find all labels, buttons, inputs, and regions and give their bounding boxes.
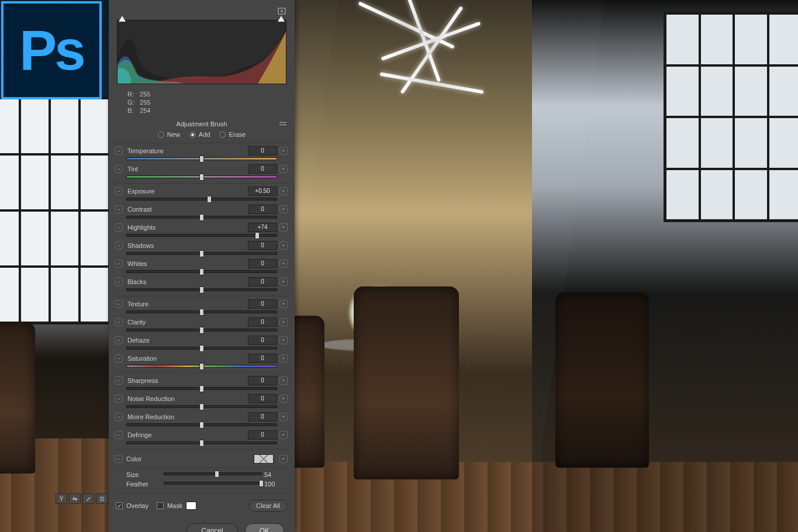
slider-value[interactable]: 0 xyxy=(248,299,277,309)
minus-icon[interactable]: − xyxy=(115,318,123,326)
slider-value[interactable]: 0 xyxy=(248,376,277,385)
slider-value[interactable]: 0 xyxy=(248,336,277,345)
slider-value[interactable]: 0 xyxy=(248,277,277,286)
plus-icon[interactable]: + xyxy=(279,278,288,286)
plus-icon[interactable]: + xyxy=(279,431,288,439)
slider-value[interactable]: 0 xyxy=(248,146,277,156)
slider-track[interactable] xyxy=(126,403,277,412)
plus-icon[interactable]: + xyxy=(279,187,288,195)
plus-icon[interactable]: + xyxy=(279,354,288,362)
plus-icon[interactable]: + xyxy=(279,147,288,155)
slider-track[interactable] xyxy=(126,232,277,240)
plus-icon[interactable]: + xyxy=(279,413,288,421)
histogram[interactable] xyxy=(117,20,286,84)
slider-value[interactable]: 54 xyxy=(264,471,289,478)
mode-new[interactable]: New xyxy=(158,131,180,138)
slider-track[interactable] xyxy=(126,422,277,430)
minus-icon[interactable]: − xyxy=(115,300,123,308)
minus-icon[interactable]: − xyxy=(115,395,123,403)
slider-value[interactable]: +74 xyxy=(248,223,277,232)
slider-track[interactable] xyxy=(126,286,277,295)
slider-track[interactable] xyxy=(126,385,277,393)
plus-icon[interactable]: + xyxy=(279,223,288,232)
minus-icon[interactable]: − xyxy=(115,260,123,268)
plus-icon[interactable]: + xyxy=(279,205,288,213)
mode-erase[interactable]: Erase xyxy=(219,131,246,138)
slider-value[interactable]: 0 xyxy=(248,241,277,250)
plus-icon[interactable]: + xyxy=(279,376,288,385)
shadow-clip-icon[interactable] xyxy=(119,16,126,22)
slider-label: Moire Reduction xyxy=(126,413,246,420)
minus-icon[interactable]: − xyxy=(115,431,123,439)
slider-track[interactable] xyxy=(164,471,262,479)
minus-icon[interactable]: − xyxy=(115,241,123,250)
slider-value[interactable]: 0 xyxy=(248,259,277,268)
panel-expand-icon[interactable] xyxy=(276,6,288,16)
slider-track[interactable] xyxy=(126,327,277,335)
slider-value[interactable]: 0 xyxy=(248,317,277,327)
sliders-tool[interactable]: ☰ xyxy=(96,493,108,504)
slider-track[interactable] xyxy=(126,196,277,204)
minus-icon[interactable]: − xyxy=(115,187,123,195)
slider-label: Highlights xyxy=(126,224,246,231)
mask-checkbox[interactable]: Mask xyxy=(157,502,196,510)
mode-add[interactable]: Add xyxy=(189,131,210,138)
slider-value[interactable]: 100 xyxy=(264,481,289,488)
plus-icon[interactable]: + xyxy=(279,241,288,250)
before-after-tool[interactable]: ⇆ xyxy=(69,493,81,504)
slider-temperature: −Temperature0+ xyxy=(115,146,289,164)
plus-icon[interactable]: + xyxy=(279,455,288,463)
slider-value[interactable]: 0 xyxy=(248,394,277,403)
slider-defringe: −Defringe0+ xyxy=(115,430,289,448)
slider-moire-reduction: −Moire Reduction0+ xyxy=(115,412,289,430)
slider-track[interactable] xyxy=(126,440,277,448)
slider-value[interactable]: 0 xyxy=(248,430,277,440)
slider-track[interactable] xyxy=(126,345,277,353)
g-value: 255 xyxy=(140,98,150,106)
slider-label: Contrast xyxy=(126,206,246,213)
minus-icon[interactable]: − xyxy=(115,455,123,463)
minus-icon[interactable]: − xyxy=(115,354,123,362)
slider-label: Shadows xyxy=(126,242,246,249)
minus-icon[interactable]: − xyxy=(115,147,123,155)
minus-icon[interactable]: − xyxy=(115,205,123,213)
clear-all-button[interactable]: Clear All xyxy=(248,500,288,512)
minus-icon[interactable]: − xyxy=(115,376,123,385)
cancel-button[interactable]: Cancel xyxy=(186,523,237,532)
slider-track[interactable] xyxy=(126,214,277,222)
plus-icon[interactable]: + xyxy=(279,300,288,308)
color-swatch[interactable] xyxy=(254,454,274,464)
zoom-tool[interactable]: ⤢ xyxy=(82,493,94,504)
highlight-clip-icon[interactable] xyxy=(278,16,285,22)
slider-value[interactable]: +0.50 xyxy=(248,186,277,196)
slider-value[interactable]: 0 xyxy=(248,164,277,174)
ok-button[interactable]: OK xyxy=(245,523,284,532)
slider-label: Temperature xyxy=(126,147,246,154)
plus-icon[interactable]: + xyxy=(279,165,288,173)
slider-track[interactable] xyxy=(126,309,277,317)
minus-icon[interactable]: − xyxy=(115,165,123,173)
slider-value[interactable]: 0 xyxy=(248,205,277,214)
slider-saturation: −Saturation0+ xyxy=(115,353,289,371)
slider-value[interactable]: 0 xyxy=(248,412,277,422)
slider-label: Whites xyxy=(126,260,246,267)
slider-track[interactable] xyxy=(126,250,277,258)
overlay-checkbox[interactable]: Overlay xyxy=(116,502,148,509)
plus-icon[interactable]: + xyxy=(279,260,288,268)
slider-track[interactable] xyxy=(126,268,277,277)
plus-icon[interactable]: + xyxy=(279,395,288,403)
minus-icon[interactable]: − xyxy=(115,278,123,286)
slider-track[interactable] xyxy=(164,480,262,488)
minus-icon[interactable]: − xyxy=(115,336,123,344)
slider-track[interactable] xyxy=(126,174,277,182)
slider-value[interactable]: 0 xyxy=(248,354,277,363)
plus-icon[interactable]: + xyxy=(279,318,288,326)
slider-track[interactable] xyxy=(126,363,277,371)
minus-icon[interactable]: − xyxy=(115,223,123,232)
mask-swatch[interactable] xyxy=(186,502,196,510)
plus-icon[interactable]: + xyxy=(279,336,288,344)
panel-menu-icon[interactable] xyxy=(279,122,286,126)
slider-track[interactable] xyxy=(126,156,277,164)
compare-tool[interactable]: Y xyxy=(56,493,67,504)
minus-icon[interactable]: − xyxy=(115,413,123,421)
